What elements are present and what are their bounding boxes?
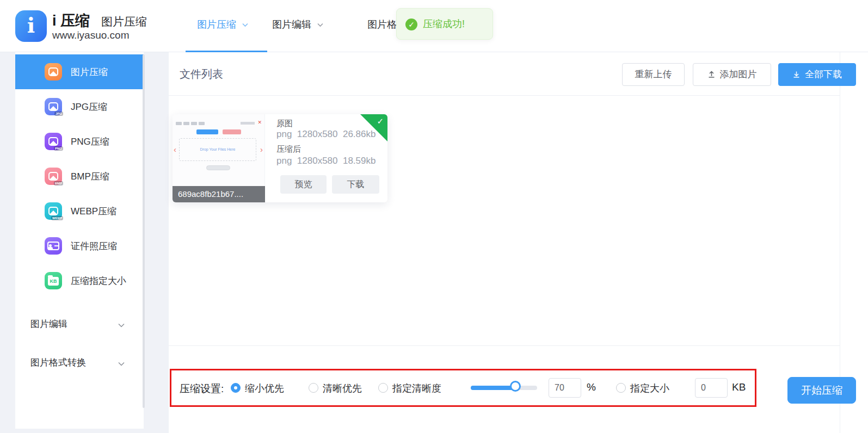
brand-tagline: 图片压缩 (101, 14, 147, 29)
chevron-down-icon (317, 19, 324, 30)
preview-button[interactable]: 预览 (280, 175, 327, 194)
sidebar-item-label: 压缩指定大小 (71, 275, 126, 287)
radio-custom-clarity[interactable] (378, 383, 388, 393)
sidebar-item-target-size-compress[interactable]: KB 压缩指定大小 (15, 263, 144, 298)
download-icon (792, 65, 801, 86)
sidebar-item-webp-compress[interactable]: WEBP WEBP压缩 (15, 194, 144, 228)
app-screen: i i 压缩 图片压缩 www.iyasuo.com 图片压缩 图片编辑 图片格… (0, 0, 868, 433)
sidebar-item-png-compress[interactable]: PNG PNG压缩 (15, 124, 144, 159)
check-icon: ✓ (377, 116, 384, 126)
bmp-compress-icon: BMP (45, 168, 62, 185)
sidebar-item-label: WEBP压缩 (71, 205, 116, 218)
file-thumbnail[interactable]: ✕ Drop Your Files Here ‹ › 689ac8fb21b67… (173, 114, 265, 202)
chevron-down-icon (242, 19, 249, 30)
reupload-button-label: 重新上传 (635, 69, 672, 79)
sidebar-item-id-photo-compress[interactable]: 证件照压缩 (15, 228, 144, 263)
sidebar-item-label: 图片压缩 (71, 66, 108, 78)
thumb-prev-arrow-icon: ‹ (174, 145, 176, 154)
sidebar-section-image-edit[interactable]: 图片编辑 (15, 313, 144, 335)
compressed-label: 压缩后 (276, 144, 301, 154)
sidebar-scrollbar[interactable] (143, 54, 145, 408)
radio-target-size[interactable] (616, 383, 626, 393)
sidebar-section-label: 图片编辑 (30, 318, 67, 330)
target-size-input[interactable] (695, 378, 728, 398)
compressed-info: png 1280x580 18.59kb (276, 156, 375, 166)
filename-overlay: 689ac8fb21b67.... (173, 186, 265, 202)
webp-compress-icon: WEBP (45, 202, 62, 220)
brand-logo-icon[interactable]: i (15, 10, 47, 42)
start-compress-button-label: 开始压缩 (801, 385, 842, 396)
sidebar-item-bmp-compress[interactable]: BMP BMP压缩 (15, 159, 144, 194)
sidebar-item-label: PNG压缩 (71, 135, 109, 148)
id-photo-icon (45, 237, 62, 255)
settings-divider (169, 345, 840, 346)
clarity-slider-thumb[interactable] (510, 381, 521, 392)
check-circle-icon: ✓ (405, 18, 417, 30)
file-card: ✕ Drop Your Files Here ‹ › 689ac8fb21b67… (173, 114, 387, 202)
brand-url: www.iyasuo.com (52, 29, 130, 41)
percent-unit-label: % (587, 381, 596, 393)
main-right-border (840, 52, 840, 433)
sidebar-item-label: 证件照压缩 (71, 240, 117, 252)
active-tab-underline (186, 51, 267, 52)
reupload-button[interactable]: 重新上传 (622, 63, 685, 86)
radio-clarity-priority-label[interactable]: 清晰优先 (323, 382, 362, 395)
nav-tab-image-compress-label: 图片压缩 (197, 19, 236, 30)
brand-name: i 压缩 (52, 11, 90, 30)
start-compress-button[interactable]: 开始压缩 (787, 377, 856, 404)
sidebar-section-format-convert[interactable]: 图片格式转换 (15, 351, 144, 373)
thumb-next-arrow-icon: › (260, 145, 263, 154)
upload-icon (707, 65, 716, 86)
clarity-slider[interactable] (471, 386, 537, 390)
radio-custom-clarity-label[interactable]: 指定清晰度 (392, 382, 441, 395)
thumb-drop-text: Drop Your Files Here (180, 147, 256, 151)
nav-tab-image-edit[interactable]: 图片编辑 (272, 18, 324, 31)
sidebar-item-jpg-compress[interactable]: JPG JPG压缩 (15, 89, 144, 124)
png-compress-icon: PNG (45, 133, 62, 150)
radio-shrink-priority[interactable] (231, 383, 241, 393)
image-compress-icon (45, 63, 62, 81)
thumb-close-icon: ✕ (257, 120, 262, 125)
download-all-button-label: 全部下载 (805, 69, 842, 79)
sidebar-item-image-compress[interactable]: 图片压缩 (15, 54, 144, 89)
add-images-button[interactable]: 添加图片 (693, 63, 771, 86)
page-title: 文件列表 (180, 67, 223, 82)
sidebar-item-label: BMP压缩 (71, 170, 109, 183)
download-button[interactable]: 下载 (332, 175, 379, 194)
clarity-percent-input[interactable] (549, 378, 581, 398)
success-toast: ✓ 压缩成功! (396, 8, 493, 40)
kb-unit-label: KB (732, 381, 746, 393)
nav-tab-image-edit-label: 图片编辑 (272, 19, 311, 30)
sidebar-section-label: 图片格式转换 (30, 356, 86, 369)
toast-message: 压缩成功! (423, 9, 465, 39)
sidebar-item-label: JPG压缩 (71, 101, 107, 113)
nav-tab-image-compress[interactable]: 图片压缩 (197, 18, 249, 31)
settings-label: 压缩设置: (180, 382, 224, 396)
chevron-down-icon (118, 320, 125, 330)
jpg-compress-icon: JPG (45, 98, 62, 115)
add-images-button-label: 添加图片 (720, 69, 757, 79)
header-divider (169, 95, 840, 96)
download-all-button[interactable]: 全部下载 (778, 63, 856, 86)
radio-shrink-priority-label[interactable]: 缩小优先 (245, 382, 284, 395)
chevron-down-icon (118, 359, 125, 369)
original-label: 原图 (276, 119, 293, 129)
radio-target-size-label[interactable]: 指定大小 (630, 382, 669, 395)
sidebar: 图片压缩 JPG JPG压缩 PNG PNG压缩 BMP BMP压缩 WEBP … (15, 52, 144, 429)
radio-clarity-priority[interactable] (309, 383, 318, 393)
kb-folder-icon: KB (45, 272, 62, 289)
